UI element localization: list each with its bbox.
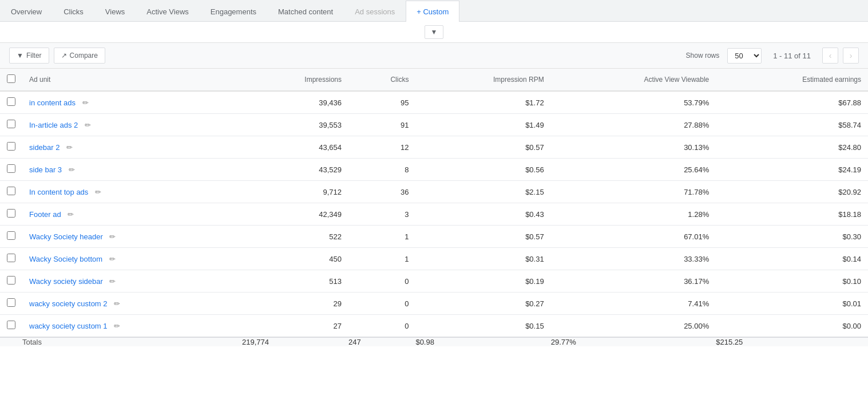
row-active-view: 67.01%	[551, 226, 716, 248]
row-checkbox[interactable]	[7, 164, 15, 173]
ad-unit-link[interactable]: In content top ads	[29, 188, 88, 196]
edit-icon[interactable]: ✏	[69, 165, 75, 174]
compare-icon: ↗	[61, 52, 67, 60]
row-estimated-earnings: $0.01	[716, 293, 868, 315]
row-checkbox[interactable]	[7, 120, 15, 128]
tab-label-ad-sessions: Ad sessions	[355, 7, 395, 16]
table-row: In content top ads ✏ 9,712 36 $2.15 71.7…	[0, 181, 868, 203]
row-active-view: 53.79%	[551, 91, 716, 114]
row-checkbox[interactable]	[7, 298, 15, 307]
ad-unit-link[interactable]: Footer ad	[29, 210, 61, 219]
totals-impression-rpm: $0.98	[415, 337, 550, 346]
row-estimated-earnings: $24.19	[716, 159, 868, 181]
row-checkbox-cell[interactable]	[0, 181, 22, 203]
totals-check-cell	[0, 337, 22, 346]
pagination-next-button[interactable]: ›	[843, 48, 859, 64]
ad-unit-link[interactable]: In-article ads 2	[29, 121, 78, 129]
row-estimated-earnings: $0.30	[716, 226, 868, 248]
compare-button[interactable]: ↗ Compare	[54, 48, 105, 64]
tab-views[interactable]: Views	[94, 1, 136, 22]
compare-label: Compare	[70, 52, 98, 60]
row-checkbox-cell[interactable]	[0, 203, 22, 226]
totals-clicks: 247	[348, 337, 415, 346]
row-checkbox[interactable]	[7, 254, 15, 262]
row-checkbox[interactable]	[7, 142, 15, 151]
row-adunit-cell: Wacky Society bottom ✏	[22, 248, 242, 270]
edit-icon[interactable]: ✏	[68, 210, 74, 219]
row-active-view: 71.78%	[551, 181, 716, 203]
tabs-bar: OverviewClicksViewsActive ViewsEngagemen…	[0, 0, 868, 22]
row-impressions: 39,436	[242, 91, 348, 114]
row-checkbox-cell[interactable]	[0, 270, 22, 293]
select-all-checkbox[interactable]	[7, 74, 15, 83]
row-checkbox-cell[interactable]	[0, 315, 22, 338]
row-active-view: 7.41%	[551, 293, 716, 315]
tab-engagements[interactable]: Engagements	[200, 1, 267, 22]
dropdown-button[interactable]: ▼	[425, 25, 444, 39]
ad-unit-link[interactable]: Wacky Society bottom	[29, 255, 102, 263]
pagination-prev-button[interactable]: ‹	[822, 48, 838, 64]
tab-label-engagements: Engagements	[211, 7, 256, 16]
row-checkbox-cell[interactable]	[0, 114, 22, 136]
row-impression-rpm: $2.15	[415, 181, 550, 203]
edit-icon[interactable]: ✏	[114, 322, 120, 330]
row-checkbox-cell[interactable]	[0, 91, 22, 114]
row-active-view: 1.28%	[551, 203, 716, 226]
edit-icon[interactable]: ✏	[114, 299, 120, 308]
edit-icon[interactable]: ✏	[109, 255, 116, 263]
row-checkbox[interactable]	[7, 97, 15, 106]
row-checkbox[interactable]	[7, 231, 15, 240]
row-checkbox[interactable]	[7, 321, 15, 329]
edit-icon[interactable]: ✏	[109, 277, 116, 286]
row-impressions: 513	[242, 270, 348, 293]
row-checkbox-cell[interactable]	[0, 293, 22, 315]
ad-unit-link[interactable]: Wacky society sidebar	[29, 277, 103, 286]
ad-unit-link[interactable]: sidebar 2	[29, 143, 60, 152]
row-impression-rpm: $0.19	[415, 270, 550, 293]
row-clicks: 8	[348, 159, 415, 181]
row-impression-rpm: $0.57	[415, 136, 550, 159]
ad-unit-link[interactable]: side bar 3	[29, 165, 62, 174]
row-adunit-cell: side bar 3 ✏	[22, 159, 242, 181]
row-active-view: 36.17%	[551, 270, 716, 293]
row-clicks: 3	[348, 203, 415, 226]
select-all-header[interactable]	[0, 69, 22, 91]
totals-estimated-earnings: $215.25	[716, 337, 868, 346]
row-checkbox[interactable]	[7, 187, 15, 195]
row-active-view: 30.13%	[551, 136, 716, 159]
tab-custom[interactable]: + Custom	[406, 1, 459, 22]
edit-icon[interactable]: ✏	[109, 232, 116, 241]
row-impression-rpm: $1.72	[415, 91, 550, 114]
edit-icon[interactable]: ✏	[66, 143, 73, 152]
edit-icon[interactable]: ✏	[82, 98, 89, 107]
edit-icon[interactable]: ✏	[95, 188, 101, 196]
table-row: In-article ads 2 ✏ 39,553 91 $1.49 27.88…	[0, 114, 868, 136]
row-adunit-cell: sidebar 2 ✏	[22, 136, 242, 159]
totals-active-view: 29.77%	[551, 337, 716, 346]
row-checkbox-cell[interactable]	[0, 248, 22, 270]
row-checkbox[interactable]	[7, 276, 15, 285]
ad-unit-link[interactable]: in content ads	[29, 98, 76, 107]
show-rows-select[interactable]: 50 25 100	[727, 48, 762, 64]
tab-clicks[interactable]: Clicks	[53, 1, 94, 22]
table-wrap: Ad unit Impressions Clicks Impression RP…	[0, 69, 868, 346]
tab-label-custom: + Custom	[417, 7, 449, 16]
ad-unit-link[interactable]: wacky society custom 2	[29, 299, 108, 308]
row-impression-rpm: $0.57	[415, 226, 550, 248]
filter-button[interactable]: ▼ Filter	[9, 48, 49, 64]
row-checkbox[interactable]	[7, 209, 15, 218]
row-impressions: 9,712	[242, 181, 348, 203]
row-checkbox-cell[interactable]	[0, 226, 22, 248]
row-impressions: 29	[242, 293, 348, 315]
tab-active-views[interactable]: Active Views	[136, 1, 199, 22]
ad-unit-link[interactable]: wacky society custom 1	[29, 322, 108, 330]
row-checkbox-cell[interactable]	[0, 136, 22, 159]
tab-overview[interactable]: Overview	[0, 1, 53, 22]
ad-unit-link[interactable]: Wacky Society header	[29, 232, 103, 241]
row-impressions: 43,529	[242, 159, 348, 181]
row-clicks: 0	[348, 270, 415, 293]
filter-icon: ▼	[17, 52, 23, 60]
edit-icon[interactable]: ✏	[85, 121, 91, 129]
tab-matched-content[interactable]: Matched content	[267, 1, 344, 22]
row-checkbox-cell[interactable]	[0, 159, 22, 181]
